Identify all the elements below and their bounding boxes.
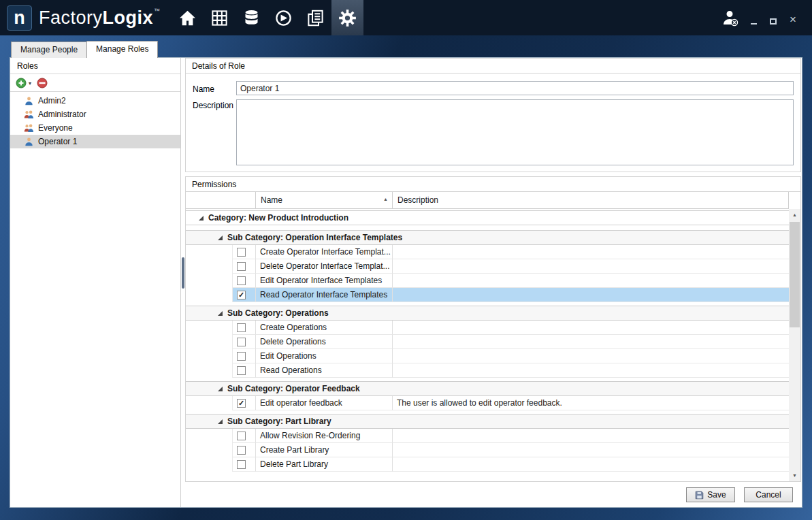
permission-row[interactable]: Create Operator Interface Templat...	[186, 245, 789, 259]
permission-checkbox[interactable]: ✓	[237, 399, 246, 408]
subcategory-row[interactable]: Sub Category: Operations	[186, 306, 789, 321]
permission-checkbox[interactable]	[237, 432, 246, 440]
vertical-scrollbar[interactable]: ▲ ▼	[789, 209, 800, 481]
name-label: Name	[193, 84, 214, 94]
permission-checkbox[interactable]	[237, 460, 246, 469]
permission-checkbox[interactable]	[237, 366, 246, 375]
row-indent	[186, 259, 232, 274]
dispatch-icon[interactable]	[267, 0, 299, 35]
production-icon[interactable]	[204, 0, 236, 35]
app-logo: n	[7, 5, 32, 31]
details-title: Details of Role	[186, 59, 800, 74]
permission-description	[393, 288, 789, 302]
permission-row[interactable]: Delete Operations	[186, 335, 789, 349]
panel-splitter[interactable]	[181, 58, 185, 507]
category-row[interactable]: Category: New Product Introduction	[186, 210, 789, 225]
expander-icon[interactable]	[218, 311, 223, 316]
role-item-admin2[interactable]: Admin2	[10, 94, 180, 108]
category-label: Category: New Product Introduction	[208, 213, 348, 223]
user-single-icon	[24, 96, 34, 106]
titlebar-right: ×	[720, 8, 812, 27]
home-icon[interactable]	[172, 0, 204, 35]
save-button-label: Save	[707, 490, 726, 500]
maximize-icon	[770, 18, 777, 25]
expander-icon[interactable]	[218, 235, 223, 240]
subcategory-row[interactable]: Sub Category: Operator Feedback	[186, 381, 789, 396]
permission-checkbox[interactable]	[237, 338, 246, 346]
permissions-panel: Permissions Name ▲ Description Category:…	[185, 176, 801, 482]
cancel-button[interactable]: Cancel	[744, 487, 793, 502]
close-button[interactable]: ×	[787, 16, 798, 24]
permission-checkbox[interactable]	[237, 352, 246, 361]
permission-checkbox[interactable]	[237, 248, 246, 257]
permission-row[interactable]: ✓Edit operator feedbackThe user is allow…	[186, 396, 789, 410]
splitter-handle[interactable]	[182, 257, 184, 289]
row-indent	[186, 288, 232, 302]
column-header-description[interactable]: Description	[393, 192, 789, 208]
scroll-up-button[interactable]: ▲	[789, 209, 800, 221]
permission-name: Create Part Library	[256, 443, 393, 457]
expander-icon[interactable]	[218, 419, 223, 424]
documents-icon[interactable]	[299, 0, 331, 35]
user-status-icon[interactable]	[720, 8, 739, 27]
sort-ascending-icon: ▲	[383, 197, 388, 201]
subcategory-label: Sub Category: Part Library	[227, 417, 331, 426]
app-logo-letter: n	[14, 7, 25, 29]
permission-row[interactable]: Delete Part Library	[186, 457, 789, 472]
permission-checkbox[interactable]	[237, 446, 246, 455]
permission-name: Read Operations	[256, 363, 393, 378]
role-item-administrator[interactable]: Administrator	[10, 108, 180, 121]
permission-row[interactable]: Delete Operator Interface Templat...	[186, 259, 789, 274]
permission-row[interactable]: Read Operations	[186, 363, 789, 378]
tab-manage-people[interactable]: Manage People	[11, 42, 87, 58]
role-item-everyone[interactable]: Everyone	[10, 121, 180, 135]
role-item-label: Operator 1	[38, 137, 77, 146]
permission-name: Edit Operator Interface Templates	[256, 274, 393, 288]
permission-name: Delete Operator Interface Templat...	[256, 259, 393, 274]
settings-icon[interactable]	[331, 0, 363, 35]
permission-row[interactable]: Edit Operations	[186, 349, 789, 363]
permission-description	[393, 429, 789, 443]
subcategory-row[interactable]: Sub Category: Part Library	[186, 414, 789, 429]
column-header-name[interactable]: Name ▲	[256, 192, 393, 208]
add-role-dropdown-icon[interactable]: ▾	[29, 80, 31, 86]
permission-checkbox[interactable]	[237, 276, 246, 285]
role-description-input[interactable]	[236, 99, 794, 165]
permission-name: Edit Operations	[256, 349, 393, 363]
permission-row[interactable]: Create Operations	[186, 321, 789, 335]
subcategory-row[interactable]: Sub Category: Operation Interface Templa…	[186, 230, 789, 245]
tab-manage-roles[interactable]: Manage Roles	[86, 41, 158, 58]
trademark-symbol: ™	[154, 7, 161, 14]
column-header-checkbox	[186, 192, 256, 208]
permissions-rows: Category: New Product IntroductionSub Ca…	[186, 209, 789, 481]
role-detail-area: Details of Role Name Description Permiss…	[185, 58, 802, 507]
role-name-input[interactable]	[236, 81, 794, 95]
save-button[interactable]: Save	[686, 487, 735, 502]
expander-icon[interactable]	[199, 216, 204, 221]
permission-row[interactable]: Allow Revision Re-Ordering	[186, 429, 789, 443]
data-icon[interactable]	[236, 0, 267, 35]
details-panel: Details of Role Name Description	[185, 58, 801, 172]
add-role-button[interactable]	[16, 78, 27, 88]
scrollbar-track[interactable]	[789, 221, 800, 470]
details-fields: Name Description	[186, 74, 800, 172]
permission-checkbox[interactable]	[237, 323, 246, 332]
role-item-operator-1[interactable]: Operator 1	[10, 135, 180, 148]
maximize-button[interactable]	[768, 15, 779, 27]
titlebar: n FactoryLogix™ ×	[0, 0, 812, 35]
permission-description	[393, 321, 789, 335]
permission-row[interactable]: ✓Read Operator Interface Templates	[186, 288, 789, 302]
description-label: Description	[193, 101, 233, 110]
footer-actions: Save Cancel	[185, 487, 801, 502]
remove-role-button[interactable]	[37, 78, 48, 88]
cancel-button-label: Cancel	[756, 490, 781, 500]
scroll-down-button[interactable]: ▼	[789, 470, 800, 481]
minimize-button[interactable]	[748, 15, 759, 27]
permission-checkbox[interactable]: ✓	[237, 291, 246, 299]
scrollbar-thumb[interactable]	[790, 222, 800, 327]
expander-icon[interactable]	[218, 387, 223, 391]
save-icon	[695, 491, 704, 500]
permission-row[interactable]: Create Part Library	[186, 443, 789, 457]
permission-checkbox[interactable]	[237, 262, 246, 271]
permission-row[interactable]: Edit Operator Interface Templates	[186, 274, 789, 288]
